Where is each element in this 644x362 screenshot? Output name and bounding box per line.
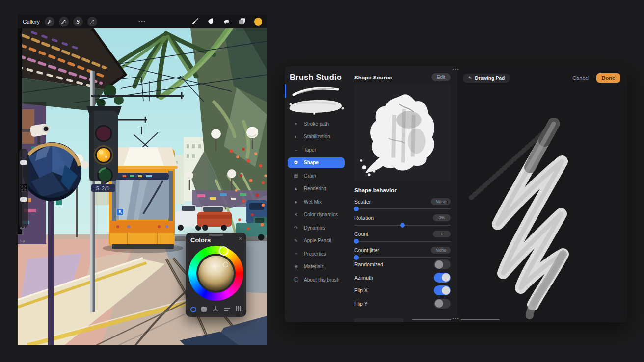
layers-icon[interactable] (239, 17, 246, 26)
gallery-button[interactable]: Gallery (23, 19, 40, 25)
sidebar-item-stabilization[interactable]: ◐Stabilization (288, 131, 345, 142)
stroke-path-icon: ≈ (293, 121, 299, 127)
count-value[interactable]: 1 (433, 231, 451, 237)
brush-opacity-slider[interactable] (20, 197, 27, 202)
current-brush-preview[interactable] (285, 83, 348, 115)
transform-icon[interactable] (87, 17, 97, 26)
grain-icon: ▦ (293, 173, 299, 179)
azimuth-toggle[interactable] (434, 273, 451, 283)
materials-icon: ⊕ (293, 264, 299, 269)
eraser-icon[interactable] (223, 17, 230, 26)
count-slider[interactable] (354, 241, 451, 242)
palettes-mode-icon[interactable] (235, 305, 242, 314)
count-jitter-slider[interactable] (354, 257, 451, 258)
colors-panel: Colors ✕ (186, 233, 246, 317)
harmony-mode-icon[interactable] (212, 305, 219, 314)
shape-behavior-title: Shape behavior (354, 187, 451, 193)
sidebar-item-wet-mix[interactable]: ♦Wet Mix (288, 196, 345, 207)
count-setting: Count1 (354, 230, 451, 242)
rotation-slider[interactable] (354, 225, 451, 226)
next-setting-partial (354, 318, 403, 322)
hue-selector[interactable] (219, 246, 228, 256)
disc-mode-icon[interactable] (190, 307, 196, 312)
screen: Gallery S ••• (0, 0, 644, 362)
sidebar-item-apple-pencil[interactable]: ✎Apple Pencil (288, 235, 345, 246)
edit-button[interactable]: Edit (431, 73, 451, 81)
count-slider-thumb[interactable] (354, 239, 359, 244)
randomized-toggle[interactable] (434, 259, 451, 269)
flip-y-toggle[interactable] (434, 299, 451, 309)
properties-icon: ≡ (293, 251, 299, 257)
randomized-setting: Randomized (354, 258, 451, 271)
smudge-icon[interactable] (208, 17, 215, 26)
wet-mix-icon: ♦ (293, 199, 299, 205)
close-icon[interactable]: ✕ (239, 236, 242, 241)
brush-settings-nav: ≈Stroke path ◐Stabilization ∼Taper ✿Shap… (285, 118, 348, 285)
scatter-slider-thumb[interactable] (354, 207, 359, 211)
saturation-selector[interactable] (223, 262, 228, 267)
apple-pencil-icon: ✎ (293, 238, 299, 243)
rotation-value[interactable]: 0% (433, 214, 451, 221)
flip-x-setting: Flip X (354, 284, 451, 297)
wrench-icon[interactable] (45, 17, 54, 26)
shape-source-title: Shape Source (354, 75, 392, 80)
count-jitter-slider-thumb[interactable] (354, 255, 359, 260)
sidebar-item-stroke-path[interactable]: ≈Stroke path (288, 118, 345, 129)
sidebar-item-materials[interactable]: ⊕Materials (288, 261, 345, 272)
sidebar-item-rendering[interactable]: ▲Rendering (288, 183, 345, 194)
scatter-slider[interactable] (354, 208, 451, 209)
done-button[interactable]: Done (596, 73, 621, 83)
modify-icon (22, 186, 26, 190)
redo-icon[interactable]: ↪ (20, 238, 25, 244)
rotation-slider-thumb[interactable] (400, 223, 405, 228)
sidebar-item-about-this-brush[interactable]: ⓘAbout this brush (288, 274, 345, 285)
drawing-pad-button[interactable]: ✎ Drawing Pad (463, 74, 510, 83)
color-mode-row (190, 306, 242, 313)
count-jitter-setting: Count jitterNone (354, 246, 451, 258)
sidebar-item-grain[interactable]: ▦Grain (288, 170, 345, 181)
color-dynamics-icon: ✕ (293, 212, 299, 217)
count-jitter-value[interactable]: None (431, 247, 451, 254)
sidebar-item-taper[interactable]: ∼Taper (288, 144, 345, 155)
sidebar-item-shape[interactable]: ✿Shape (288, 157, 345, 168)
flip-y-setting: Flip Y (354, 297, 451, 310)
canvas-side-toolbar (19, 149, 28, 228)
rotation-setting: Rotation0% (354, 214, 451, 226)
shape-settings-column: Shape Source Edit Shape behavior (348, 66, 457, 322)
selected-brush-indicator (285, 84, 286, 98)
active-color-swatch[interactable] (254, 18, 262, 26)
brush-size-slider[interactable] (20, 160, 27, 165)
value-mode-icon[interactable] (224, 308, 230, 311)
flip-x-toggle[interactable] (434, 285, 451, 295)
panel-drag-handle[interactable]: ••• (285, 67, 627, 71)
canvas-toolbar: Gallery S ••• (18, 15, 267, 28)
selection-icon[interactable]: S (73, 17, 83, 26)
rendering-icon: ▲ (293, 186, 299, 191)
modify-button[interactable] (20, 184, 27, 191)
colors-drag-handle[interactable] (209, 234, 223, 236)
canvas-window: Gallery S ••• (18, 15, 267, 345)
colors-title: Colors (190, 236, 211, 244)
color-wheel[interactable] (188, 246, 243, 301)
azimuth-setting: Azimuth (354, 271, 451, 284)
panel-resize-handle[interactable]: ••• (412, 317, 500, 321)
taper-icon: ∼ (293, 147, 299, 153)
brush-studio-panel: ••• Brush Studio ≈Stroke path ◐Stabiliza… (285, 66, 627, 322)
classic-mode-icon[interactable] (201, 307, 207, 312)
scatter-value[interactable]: None (431, 198, 451, 205)
brush-studio-sidebar: Brush Studio ≈Stroke path ◐Stabilization… (285, 66, 348, 322)
about-icon: ⓘ (293, 276, 299, 283)
sidebar-item-properties[interactable]: ≡Properties (288, 248, 345, 259)
drawing-pad-stroke[interactable] (457, 66, 627, 322)
brush-icon[interactable] (192, 17, 199, 26)
sidebar-item-dynamics[interactable]: ↷Dynamics (288, 222, 345, 233)
adjustments-icon[interactable] (59, 17, 69, 26)
drawing-pad[interactable]: ✎ Drawing Pad Cancel Done (457, 66, 627, 322)
sidebar-item-color-dynamics[interactable]: ✕Color dynamics (288, 209, 345, 220)
undo-icon[interactable]: ↩ (20, 225, 25, 231)
shape-source-preview[interactable] (354, 84, 451, 181)
saturation-disc[interactable] (198, 256, 234, 291)
cancel-button[interactable]: Cancel (572, 75, 589, 81)
edit-icon: ✎ (468, 76, 472, 80)
scatter-setting: ScatterNone (354, 198, 451, 209)
